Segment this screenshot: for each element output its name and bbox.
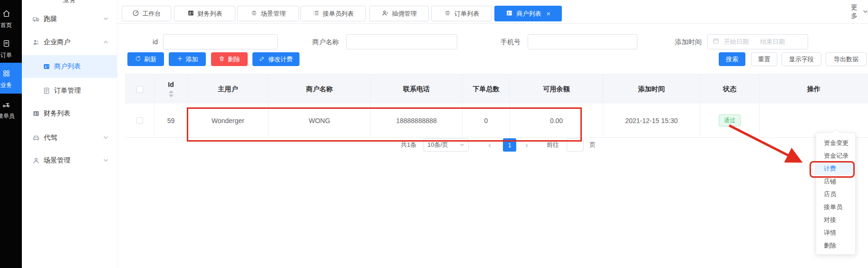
- chevron-down-icon: [460, 142, 464, 149]
- sidebar-item-merchant-list[interactable]: 商户列表: [22, 57, 117, 76]
- document-icon: [43, 87, 50, 95]
- chevron-down-icon: [103, 157, 108, 164]
- sort-desc-icon[interactable]: [169, 95, 174, 97]
- sidebar-item-enterprise[interactable]: 企业商户: [22, 33, 117, 52]
- rail-item-home[interactable]: 首页: [0, 10, 23, 29]
- next-page-button[interactable]: ›: [521, 138, 532, 152]
- tab-order-list[interactable]: 订单列表: [431, 6, 492, 21]
- modify-billing-button[interactable]: 修改计费: [252, 52, 299, 66]
- filter-phone-input[interactable]: [528, 34, 637, 49]
- search-button[interactable]: 搜索: [719, 52, 745, 66]
- button-label: 添加: [186, 55, 198, 64]
- tab-label: 场景管理: [261, 10, 286, 18]
- sidebar-item-finance-list[interactable]: 财务列表: [22, 104, 117, 123]
- dropdown-item-delete[interactable]: 删除: [816, 239, 855, 252]
- sort-control[interactable]: [169, 90, 174, 97]
- date-range-picker[interactable]: 开始日期 结束日期: [707, 34, 808, 49]
- column-header-add-time: 添加时间: [603, 75, 700, 104]
- merchant-admin-page: 首页 订单 业务 接单员 业务 跑腿 企业商户: [0, 0, 868, 268]
- sidebar-section-title: 业务: [22, 0, 117, 4]
- close-icon[interactable]: ×: [546, 10, 550, 18]
- date-end-placeholder: 结束日期: [760, 38, 785, 46]
- dropdown-item-connect[interactable]: 对接: [816, 213, 855, 226]
- button-label: 导出数据: [834, 55, 858, 64]
- cell-id: 59: [154, 104, 188, 137]
- car-icon: [32, 134, 40, 142]
- rail-nav: 首页 订单 业务 接单员: [0, 0, 22, 268]
- add-button[interactable]: 添加: [169, 52, 206, 66]
- dropdown-item-clerk[interactable]: 店员: [816, 188, 855, 201]
- export-data-button[interactable]: 导出数据: [826, 52, 867, 66]
- button-label: 显示字段: [789, 55, 814, 64]
- trash-icon: [219, 56, 225, 63]
- tabs-more-label: 更多: [851, 3, 861, 20]
- cell-main-user: Wonderger: [188, 104, 269, 137]
- home-icon: [2, 11, 10, 19]
- dropdown-item-shop[interactable]: 店铺: [816, 175, 855, 188]
- dropdown-item-funds-change[interactable]: 资金变更: [816, 136, 855, 149]
- truck-icon: [32, 15, 40, 23]
- rail-item-label: 业务: [0, 81, 23, 89]
- rail-item-orders[interactable]: 订单: [0, 39, 23, 59]
- rail-item-label: 首页: [0, 21, 23, 29]
- rail-item-receiver[interactable]: 接单员: [0, 100, 23, 120]
- reset-button[interactable]: 重置: [751, 52, 777, 66]
- select-all-checkbox[interactable]: [136, 86, 143, 93]
- sidebar-item-scene-manage[interactable]: 场景管理: [22, 151, 117, 170]
- sidebar-item-paotui[interactable]: 跑腿: [22, 10, 117, 29]
- prev-page-button[interactable]: ‹: [484, 138, 495, 152]
- column-header-status: 状态: [700, 75, 760, 104]
- tab-workbench[interactable]: 工作台: [122, 6, 171, 21]
- finance-card-icon: [187, 10, 194, 18]
- button-label: 刷新: [144, 55, 156, 64]
- dropdown-item-detail[interactable]: 详情: [816, 226, 855, 239]
- tab-commission[interactable]: 抽佣管理: [369, 6, 429, 21]
- plus-icon: [177, 56, 183, 63]
- sidebar-item-daijia[interactable]: 代驾: [22, 128, 117, 147]
- date-start-placeholder: 开始日期: [724, 38, 749, 46]
- pencil-icon: [259, 56, 265, 63]
- row-checkbox[interactable]: [136, 117, 143, 124]
- dropdown-item-billing[interactable]: 计费: [816, 162, 855, 175]
- sidebar: 业务 跑腿 企业商户 商户列表 订单管理 财务列表 代驾: [22, 0, 117, 268]
- tabs-more-button[interactable]: 更多: [851, 0, 868, 24]
- refresh-button[interactable]: 刷新: [127, 52, 164, 66]
- lines-icon: [444, 10, 451, 18]
- filter-time-label: 添加时间: [667, 34, 702, 49]
- sidebar-item-order-manage[interactable]: 订单管理: [22, 81, 117, 100]
- rail-item-business[interactable]: 业务: [0, 69, 23, 89]
- sidebar-item-label: 订单管理: [54, 86, 81, 95]
- current-page-button[interactable]: 1: [503, 138, 516, 152]
- sidebar-item-label: 财务列表: [44, 109, 70, 118]
- sidebar-item-label: 企业商户: [44, 38, 70, 47]
- row-more-dropdown: 资金变更 资金记录 计费 店铺 店员 接单员 对接 详情 删除: [816, 133, 856, 255]
- filter-id-input[interactable]: [163, 34, 278, 49]
- sidebar-item-label: 场景管理: [44, 156, 70, 165]
- cell-add-time: 2021-12-15 15:30: [603, 104, 700, 137]
- dropdown-item-funds-record[interactable]: 资金记录: [816, 149, 855, 162]
- filter-merchant-input[interactable]: [346, 34, 457, 49]
- button-label: 删除: [228, 55, 240, 64]
- tab-merchant-list-active[interactable]: 商户列表 ×: [494, 6, 562, 21]
- cell-merchant-name: WONG: [269, 104, 371, 137]
- sort-asc-icon[interactable]: [169, 90, 174, 93]
- tab-bar: 工作台 财务列表 场景管理 接单员列表 抽佣管理 订单列表 商户列表 × 更多: [117, 0, 868, 24]
- dropdown-item-receiver[interactable]: 接单员: [816, 201, 855, 213]
- tab-receiver-list[interactable]: 接单员列表: [300, 6, 366, 21]
- order-list-icon: [2, 41, 10, 49]
- merchant-card-icon: [506, 10, 513, 18]
- delete-button[interactable]: 删除: [211, 52, 248, 66]
- page-size-select[interactable]: 10条/页: [423, 138, 469, 152]
- show-fields-button[interactable]: 显示字段: [781, 52, 821, 66]
- sidebar-item-label: 代驾: [44, 134, 57, 142]
- tab-finance-list[interactable]: 财务列表: [174, 6, 235, 21]
- filter-merchant-label: 商户名称: [304, 34, 339, 49]
- tab-scene-manage[interactable]: 场景管理: [237, 6, 299, 21]
- button-label: 修改计费: [268, 55, 293, 64]
- column-header-main-user: 主用户: [188, 75, 269, 104]
- calendar-icon: [713, 38, 719, 46]
- goto-page-input[interactable]: [567, 138, 584, 152]
- sidebar-item-label: 跑腿: [44, 15, 57, 23]
- tab-label: 接单员列表: [323, 10, 354, 18]
- cell-balance: 0.00: [510, 104, 603, 137]
